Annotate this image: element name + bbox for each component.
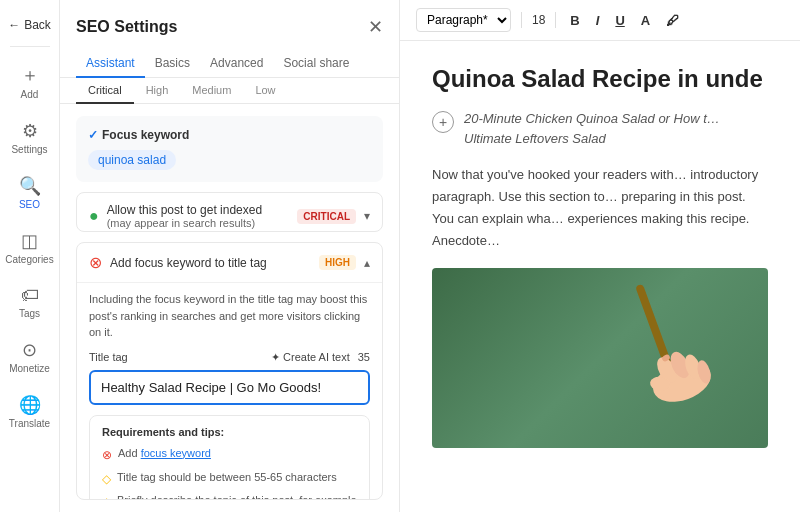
- check-item-index-header[interactable]: ● Allow this post to get indexed (may ap…: [77, 193, 382, 232]
- focus-keyword-label: ✓ Focus keyword: [88, 128, 371, 142]
- checkmark-icon: ✓: [88, 128, 98, 142]
- sidebar-item-label: Translate: [9, 418, 50, 429]
- check-item-left: ● Allow this post to get indexed (may ap…: [89, 203, 262, 229]
- subtab-critical[interactable]: Critical: [76, 78, 134, 104]
- char-count: 35: [358, 351, 370, 363]
- info-icon: ◇: [102, 471, 111, 488]
- font-size-display: 18: [532, 13, 545, 27]
- tab-social-share[interactable]: Social share: [273, 50, 359, 78]
- sidebar-item-label: Tags: [19, 308, 40, 319]
- settings-icon: ⚙: [22, 120, 38, 142]
- chevron-up-icon: ▴: [364, 256, 370, 270]
- info-icon-2: ◇: [102, 494, 111, 500]
- sidebar-item-monetize[interactable]: ⊙ Monetize: [0, 331, 59, 382]
- check-item-title-tag-body: Including the focus keyword in the title…: [77, 282, 382, 500]
- font-color-button[interactable]: A: [637, 11, 654, 30]
- sidebar-divider: [10, 46, 50, 47]
- focus-keyword-link[interactable]: focus keyword: [141, 447, 211, 459]
- subtab-high[interactable]: High: [134, 78, 181, 104]
- check-label: Add focus keyword to title tag: [110, 256, 267, 270]
- add-content-row: + 20-Minute Chicken Quinoa Salad or How …: [432, 109, 768, 148]
- req-text-0: Add focus keyword: [118, 446, 211, 461]
- check-item-title-tag: ⊗ Add focus keyword to title tag HIGH ▴ …: [76, 242, 383, 500]
- req-item-1: ◇ Title tag should be between 55-65 char…: [102, 470, 357, 488]
- seo-header: SEO Settings ✕: [60, 0, 399, 38]
- check-badge-high: HIGH: [319, 255, 356, 270]
- tags-icon: 🏷: [21, 285, 39, 306]
- title-tag-input[interactable]: [89, 370, 370, 405]
- editor-image: [432, 268, 768, 448]
- italic-button[interactable]: I: [592, 11, 604, 30]
- check-item-left: ⊗ Add focus keyword to title tag: [89, 253, 267, 272]
- requirements-title: Requirements and tips:: [102, 426, 357, 438]
- editor-content: Quinoa Salad Recipe in unde + 20-Minute …: [400, 41, 800, 512]
- keyword-tag[interactable]: quinoa salad: [88, 150, 176, 170]
- check-red-icon: ⊗: [89, 253, 102, 272]
- sidebar-item-add[interactable]: ＋ Add: [0, 55, 59, 108]
- req-item-2: ◇ Briefly describe the topic of this pos…: [102, 493, 357, 500]
- close-button[interactable]: ✕: [368, 16, 383, 38]
- check-item-title-tag-header[interactable]: ⊗ Add focus keyword to title tag HIGH ▴: [77, 243, 382, 282]
- check-label-group: Allow this post to get indexed (may appe…: [107, 203, 262, 229]
- paragraph-select[interactable]: Paragraph*: [416, 8, 511, 32]
- add-icon: ＋: [21, 63, 39, 87]
- sidebar-item-label: Add: [21, 89, 39, 100]
- check-item-index: ● Allow this post to get indexed (may ap…: [76, 192, 383, 232]
- translate-icon: 🌐: [19, 394, 41, 416]
- check-label: Allow this post to get indexed: [107, 203, 262, 217]
- seo-title: SEO Settings: [76, 18, 177, 36]
- focus-keyword-box: ✓ Focus keyword quinoa salad: [76, 116, 383, 182]
- link-button[interactable]: 🖊: [662, 11, 683, 30]
- tab-advanced[interactable]: Advanced: [200, 50, 273, 78]
- subtab-low[interactable]: Low: [243, 78, 287, 104]
- left-sidebar: ← Back ＋ Add ⚙ Settings 🔍 SEO ◫ Categori…: [0, 0, 60, 512]
- sidebar-item-label: Monetize: [9, 363, 50, 374]
- sidebar-item-label: Settings: [11, 144, 47, 155]
- underline-button[interactable]: U: [611, 11, 628, 30]
- title-tag-label: Title tag: [89, 351, 128, 363]
- tab-assistant[interactable]: Assistant: [76, 50, 145, 78]
- title-tag-actions: ✦ Create AI text 35: [271, 351, 370, 364]
- sidebar-item-label: Categories: [5, 254, 53, 265]
- chevron-down-icon: ▾: [364, 209, 370, 223]
- title-tag-label-row: Title tag ✦ Create AI text 35: [89, 351, 370, 364]
- seo-icon: 🔍: [19, 175, 41, 197]
- back-button[interactable]: ← Back: [0, 12, 59, 38]
- add-content-button[interactable]: +: [432, 111, 454, 133]
- recipe-image-svg: [572, 272, 752, 432]
- toolbar-separator: [521, 12, 522, 28]
- link-icon: 🖊: [666, 13, 679, 28]
- sidebar-item-label: SEO: [19, 199, 40, 210]
- sidebar-item-seo[interactable]: 🔍 SEO: [0, 167, 59, 218]
- subtab-medium[interactable]: Medium: [180, 78, 243, 104]
- check-sublabel: (may appear in search results): [107, 217, 262, 229]
- req-item-0: ⊗ Add focus keyword: [102, 446, 357, 464]
- suggested-title: 20-Minute Chicken Quinoa Salad or How t……: [464, 109, 768, 148]
- check-right: CRITICAL ▾: [297, 209, 370, 224]
- sidebar-item-translate[interactable]: 🌐 Translate: [0, 386, 59, 437]
- toolbar-separator-2: [555, 12, 556, 28]
- sidebar-item-categories[interactable]: ◫ Categories: [0, 222, 59, 273]
- bold-button[interactable]: B: [566, 11, 583, 30]
- editor-heading[interactable]: Quinoa Salad Recipe in unde: [432, 65, 768, 93]
- req-text-2: Briefly describe the topic of this post,…: [117, 493, 357, 500]
- back-label: Back: [24, 18, 51, 32]
- editor-area: Paragraph* 18 B I U A 🖊 Quinoa Salad Rec…: [400, 0, 800, 512]
- check-green-icon: ●: [89, 207, 99, 225]
- requirements-box: Requirements and tips: ⊗ Add focus keywo…: [89, 415, 370, 500]
- tabs-row: Assistant Basics Advanced Social share: [60, 38, 399, 78]
- editor-paragraph[interactable]: Now that you've hooked your readers with…: [432, 164, 768, 252]
- sidebar-item-settings[interactable]: ⚙ Settings: [0, 112, 59, 163]
- create-ai-text-button[interactable]: ✦ Create AI text: [271, 351, 350, 364]
- editor-toolbar: Paragraph* 18 B I U A 🖊: [400, 0, 800, 41]
- check-right: HIGH ▴: [319, 255, 370, 270]
- check-badge-critical: CRITICAL: [297, 209, 356, 224]
- tab-basics[interactable]: Basics: [145, 50, 200, 78]
- panel-content: ✓ Focus keyword quinoa salad ● Allow thi…: [60, 104, 399, 512]
- subtabs-row: Critical High Medium Low: [60, 78, 399, 104]
- back-arrow-icon: ←: [8, 18, 20, 32]
- req-text-1: Title tag should be between 55-65 charac…: [117, 470, 337, 485]
- seo-panel: SEO Settings ✕ Assistant Basics Advanced…: [60, 0, 400, 512]
- sidebar-item-tags[interactable]: 🏷 Tags: [0, 277, 59, 327]
- check-body-text: Including the focus keyword in the title…: [89, 283, 370, 341]
